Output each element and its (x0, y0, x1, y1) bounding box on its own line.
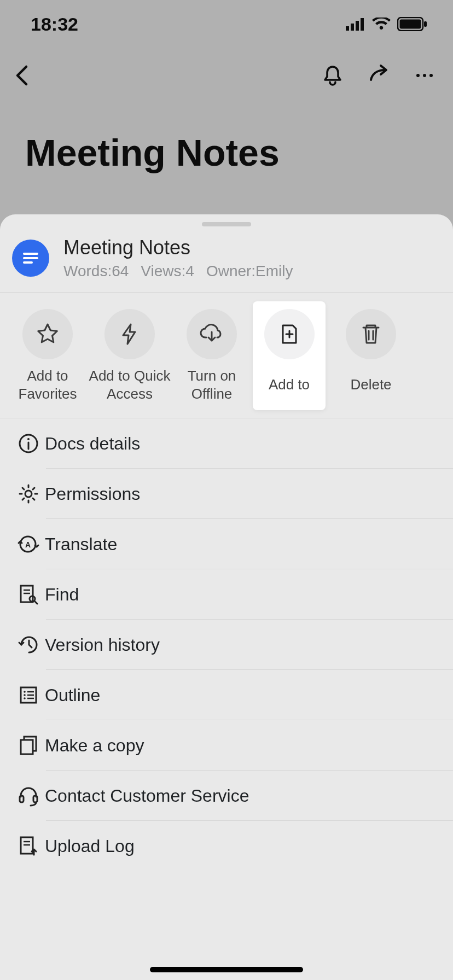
add-to-button[interactable]: Add to (253, 301, 326, 410)
svg-rect-30 (21, 740, 33, 754)
action-label: Turn on Offline (171, 367, 253, 402)
cloud-download-icon (199, 322, 225, 346)
menu-contact-customer-service[interactable]: Contact Customer Service (0, 771, 453, 821)
menu-make-a-copy[interactable]: Make a copy (0, 720, 453, 771)
sheet-title: Meeting Notes (63, 236, 293, 259)
upload-log-icon (12, 835, 45, 857)
menu-label: Translate (45, 534, 117, 555)
svg-point-25 (24, 694, 26, 696)
menu-label: Version history (45, 635, 160, 655)
svg-point-23 (24, 691, 26, 693)
menu-permissions[interactable]: Permissions (0, 469, 453, 519)
action-sheet: Meeting Notes Words:64 Views:4 Owner:Emi… (0, 214, 453, 980)
add-to-favorites-button[interactable]: Add to Favorites (7, 309, 89, 402)
menu-outline[interactable]: Outline (0, 670, 453, 720)
info-icon (12, 433, 45, 454)
translate-icon: A (12, 533, 45, 555)
svg-point-15 (25, 491, 32, 497)
menu-upload-log[interactable]: Upload Log (0, 821, 453, 871)
words-count: Words:64 (63, 262, 129, 280)
doc-icon (12, 240, 49, 277)
delete-button[interactable]: Delete (330, 309, 412, 402)
find-icon (12, 584, 45, 605)
turn-on-offline-button[interactable]: Turn on Offline (171, 309, 253, 402)
views-count: Views:4 (141, 262, 194, 280)
gear-icon (12, 483, 45, 505)
outline-icon (12, 684, 45, 706)
headset-icon (12, 785, 45, 807)
menu-label: Contact Customer Service (45, 786, 249, 806)
menu-docs-details[interactable]: Docs details (0, 418, 453, 469)
menu-label: Docs details (45, 434, 140, 454)
home-indicator (150, 967, 303, 972)
trash-icon (359, 322, 383, 346)
quick-actions-row: Add to Favorites Add to Quick Access Tur… (0, 293, 453, 418)
menu-label: Upload Log (45, 836, 135, 856)
owner-label: Owner:Emily (206, 262, 293, 280)
menu-label: Make a copy (45, 736, 144, 756)
menu-label: Find (45, 585, 79, 605)
sheet-meta: Words:64 Views:4 Owner:Emily (63, 262, 293, 280)
menu-list: Docs details Permissions A Translate Fin… (0, 418, 453, 980)
menu-translate[interactable]: A Translate (0, 519, 453, 569)
action-label: Add to Favorites (7, 367, 89, 402)
menu-version-history[interactable]: Version history (0, 620, 453, 670)
action-label: Delete (350, 367, 391, 402)
svg-point-14 (27, 438, 30, 440)
sheet-grabber[interactable] (202, 222, 251, 226)
menu-label: Permissions (45, 484, 140, 504)
history-icon (12, 634, 45, 656)
svg-text:A: A (25, 540, 31, 549)
action-label: Add to (269, 367, 310, 402)
copy-icon (12, 734, 45, 756)
file-plus-icon (277, 322, 301, 346)
svg-line-21 (34, 601, 37, 604)
menu-find[interactable]: Find (0, 569, 453, 620)
menu-label: Outline (45, 685, 100, 705)
action-label: Add to Quick Access (89, 367, 171, 402)
svg-point-27 (24, 697, 26, 699)
lightning-icon (118, 322, 142, 346)
star-icon (36, 322, 60, 346)
sheet-header: Meeting Notes Words:64 Views:4 Owner:Emi… (0, 231, 453, 292)
add-to-quick-access-button[interactable]: Add to Quick Access (89, 309, 171, 402)
